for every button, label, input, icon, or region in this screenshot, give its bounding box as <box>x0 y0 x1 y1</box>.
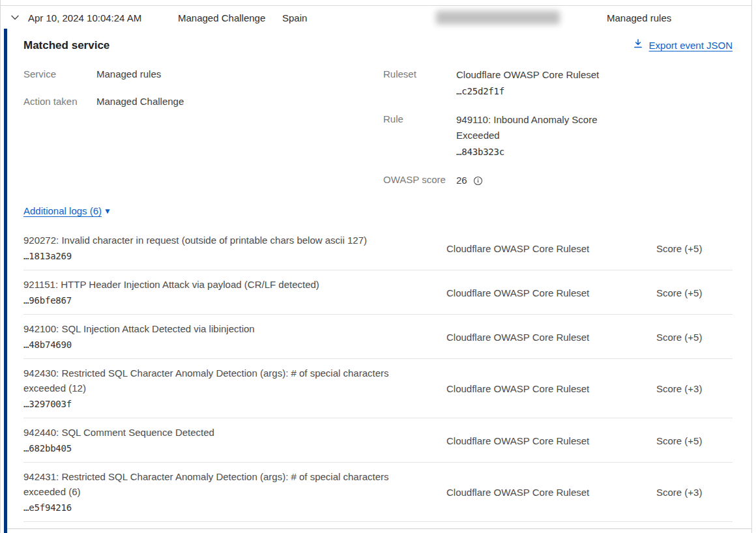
log-rule-id: …1813a269 <box>23 249 446 264</box>
log-description: 942100: SQL Injection Attack Detected vi… <box>23 321 398 336</box>
ruleset-value: Cloudflare OWASP Core Ruleset <box>456 67 616 83</box>
log-row: 942440: SQL Comment Sequence Detected …6… <box>23 418 733 463</box>
additional-logs-table: 920272: Invalid character in request (ou… <box>23 226 733 522</box>
additional-logs-label: Additional logs (6) <box>23 204 102 218</box>
matched-service-details: Service Managed rules Action taken Manag… <box>23 67 733 188</box>
log-score: Score (+3) <box>656 383 733 394</box>
log-rule-id: …682bb405 <box>23 441 446 456</box>
log-row: 920272: Invalid character in request (ou… <box>23 226 733 270</box>
log-ruleset: Cloudflare OWASP Core Ruleset <box>446 487 656 498</box>
redacted-host-field <box>436 10 560 24</box>
table-right-border <box>751 0 752 533</box>
event-action: Managed Challenge <box>178 12 265 23</box>
rule-id: …843b323c <box>456 144 616 160</box>
log-score: Score (+5) <box>656 435 733 446</box>
log-score: Score (+5) <box>656 287 733 298</box>
event-timestamp: Apr 10, 2024 10:04:24 AM <box>28 12 141 23</box>
additional-logs-toggle[interactable]: Additional logs (6) ▼ <box>23 204 733 218</box>
log-score: Score (+5) <box>656 332 733 343</box>
event-country: Spain <box>282 12 307 23</box>
owasp-score-value: 26 <box>456 173 467 188</box>
log-ruleset: Cloudflare OWASP Core Ruleset <box>446 287 656 298</box>
firewall-event-detail-view: Apr 10, 2024 10:04:24 AM Managed Challen… <box>0 0 756 533</box>
table-left-border <box>0 0 1 533</box>
log-ruleset: Cloudflare OWASP Core Ruleset <box>446 332 656 343</box>
download-icon <box>633 38 643 53</box>
service-label: Service <box>23 67 96 81</box>
rule-value: 949110: Inbound Anomaly Score Exceeded <box>456 112 616 143</box>
log-description: 942431: Restricted SQL Character Anomaly… <box>23 469 398 499</box>
export-link-label: Export event JSON <box>649 38 733 53</box>
log-score: Score (+3) <box>656 487 733 498</box>
log-rule-id: …3297003f <box>23 397 446 412</box>
log-row: 921151: HTTP Header Injection Attack via… <box>23 270 733 315</box>
log-description: 920272: Invalid character in request (ou… <box>23 233 398 248</box>
log-rule-id: …48b74690 <box>23 338 446 353</box>
export-event-json-link[interactable]: Export event JSON <box>633 38 733 53</box>
action-taken-label: Action taken <box>23 94 96 108</box>
log-rule-id: …96bfe867 <box>23 293 446 308</box>
event-service: Managed rules <box>607 12 671 23</box>
caret-down-icon: ▼ <box>104 205 111 218</box>
event-detail-panel: Matched service Export event JSON Servic… <box>7 29 751 522</box>
ruleset-label: Ruleset <box>383 67 456 99</box>
panel-title: Matched service <box>23 38 109 53</box>
log-ruleset: Cloudflare OWASP Core Ruleset <box>446 383 656 394</box>
event-row-header[interactable]: Apr 10, 2024 10:04:24 AM Managed Challen… <box>1 6 751 29</box>
action-taken-value: Managed Challenge <box>96 94 383 108</box>
log-score: Score (+5) <box>656 243 733 254</box>
rule-label: Rule <box>383 112 456 160</box>
chevron-down-icon[interactable] <box>9 12 21 23</box>
log-description: 921151: HTTP Header Injection Attack via… <box>23 277 398 292</box>
log-rule-id: …e5f94216 <box>23 500 446 515</box>
log-ruleset: Cloudflare OWASP Core Ruleset <box>446 243 656 254</box>
log-description: 942440: SQL Comment Sequence Detected <box>23 425 398 440</box>
panel-bottom-divider <box>7 528 751 529</box>
log-description: 942430: Restricted SQL Character Anomaly… <box>23 366 398 396</box>
owasp-score-label: OWASP score <box>383 173 456 188</box>
log-row: 942431: Restricted SQL Character Anomaly… <box>23 463 733 522</box>
ruleset-id: …c25d2f1f <box>456 83 616 99</box>
log-row: 942430: Restricted SQL Character Anomaly… <box>23 359 733 418</box>
info-icon[interactable] <box>473 176 483 186</box>
log-row: 942100: SQL Injection Attack Detected vi… <box>23 315 733 359</box>
service-value: Managed rules <box>96 67 383 81</box>
log-ruleset: Cloudflare OWASP Core Ruleset <box>446 435 656 446</box>
